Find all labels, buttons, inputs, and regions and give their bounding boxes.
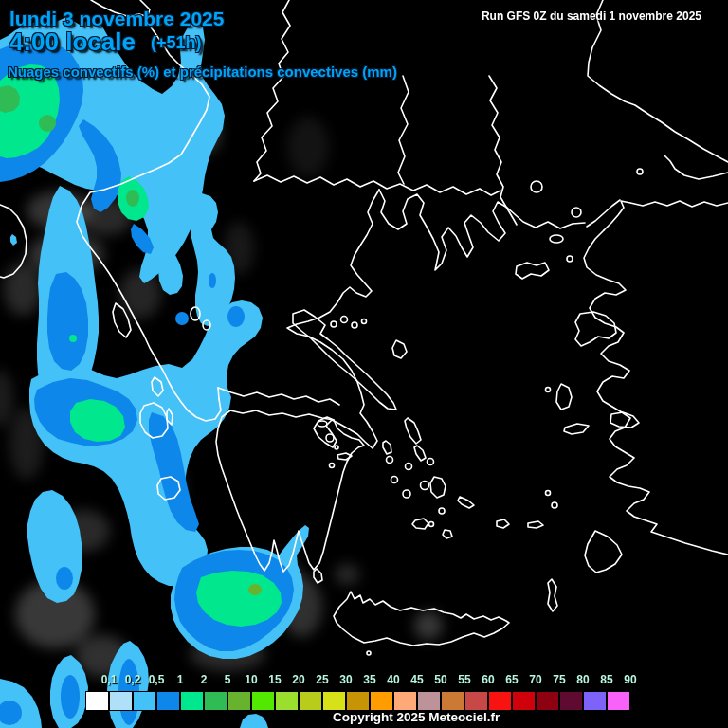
precip-olive-spot: [248, 584, 262, 595]
legend-swatch: [488, 691, 512, 711]
legend-label: 80: [576, 673, 589, 686]
legend-label: 65: [505, 673, 518, 686]
forecast-offset: (+51h): [151, 33, 202, 52]
model-run-info: Run GFS 0Z du samedi 1 novembre 2025: [482, 9, 701, 23]
legend-swatch: [275, 691, 299, 711]
legend-swatch: [512, 691, 536, 711]
legend-label: 60: [482, 673, 494, 686]
legend-swatch: [559, 691, 583, 711]
legend-label: 5: [225, 673, 231, 686]
legend-swatch: [441, 691, 464, 711]
legend-swatches: [85, 691, 630, 711]
legend-label: 70: [529, 673, 541, 686]
legend-swatch: [228, 691, 251, 711]
legend-labels: 0,10,20,51251015202530354045505560657075…: [85, 673, 654, 688]
legend-swatch: [607, 691, 630, 711]
legend-swatch: [180, 691, 204, 711]
legend-swatch: [85, 691, 109, 711]
copyright: Copyright 2025 Meteociel.fr: [333, 710, 500, 724]
legend-label: 45: [410, 673, 423, 686]
local-time: 4:00 locale: [9, 27, 136, 56]
legend-swatch: [109, 691, 133, 711]
legend-label: 55: [458, 673, 470, 686]
legend-label: 1: [177, 673, 184, 686]
map-subtitle: Nuages convectifs (%) et précipitations …: [8, 64, 397, 79]
legend-swatch: [204, 691, 228, 711]
legend-swatch: [536, 691, 559, 711]
legend-swatch: [370, 691, 393, 711]
time-row: 4:00 locale(+51h): [9, 29, 202, 54]
legend-label: 0,1: [101, 673, 118, 686]
legend-swatch: [417, 691, 441, 711]
legend-label: 75: [553, 673, 565, 686]
legend-label: 25: [316, 673, 328, 686]
legend-label: 0,2: [125, 673, 141, 686]
legend-swatch: [299, 691, 322, 711]
date-line: lundi 3 novembre 2025: [9, 9, 224, 28]
weather-map: [0, 0, 728, 728]
legend-label: 15: [268, 673, 281, 686]
legend-swatch: [322, 691, 346, 711]
legend-label: 35: [363, 673, 375, 686]
legend-label: 2: [201, 673, 208, 686]
legend-swatch: [133, 691, 156, 711]
legend-label: 10: [245, 673, 257, 686]
legend-swatch: [346, 691, 370, 711]
legend-label: 40: [387, 673, 399, 686]
legend-label: 90: [624, 673, 636, 686]
legend-swatch: [464, 691, 488, 711]
legend-swatch: [251, 691, 275, 711]
legend-label: 20: [292, 673, 304, 686]
legend-swatch: [156, 691, 180, 711]
legend-label: 0,5: [149, 673, 165, 686]
legend-label: 85: [600, 673, 612, 686]
legend-label: 50: [434, 673, 446, 686]
weather-map-page: lundi 3 novembre 2025 4:00 locale(+51h) …: [0, 0, 728, 728]
legend-swatch: [393, 691, 417, 711]
legend-label: 30: [339, 673, 352, 686]
legend-swatch: [583, 691, 607, 711]
